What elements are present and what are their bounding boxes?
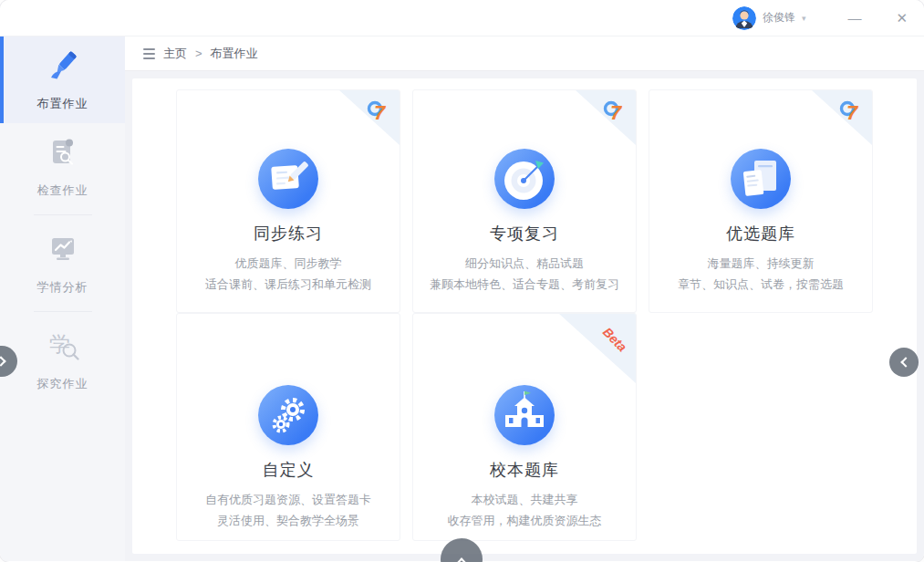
svg-text:7: 7 [374,101,387,124]
breadcrumb: 主页 > 布置作业 [125,36,924,71]
main-area: 主页 > 布置作业 7 [125,36,924,561]
sidebar-divider [34,311,92,312]
breadcrumb-home[interactable]: 主页 [163,46,187,62]
notepad-pencil-icon [258,149,318,209]
card-description: 优质题库、同步教学 适合课前、课后练习和单元检测 [205,253,371,295]
svg-text:7: 7 [610,101,623,124]
sidebar-item-exploration-homework[interactable]: 学 探究作业 [0,317,125,403]
sidebar-item-check-homework[interactable]: 检查作业 [0,123,125,210]
app-body: 布置作业 检查作业 [0,36,924,561]
user-menu[interactable]: 徐俊锋 ▾ [732,6,806,30]
brand-7-icon: 7 [602,98,629,125]
svg-text:7: 7 [846,101,859,124]
chevron-right-icon [0,356,5,366]
chevron-left-icon [900,357,910,367]
window-controls: — ✕ [847,11,908,25]
card-description: 海量题库、持续更新 章节、知识点、试卷，按需选题 [678,253,844,295]
target-dart-icon [494,149,555,209]
content-area: 7 [125,71,924,561]
sidebar-item-label: 探究作业 [37,376,88,392]
sidebar-item-assign-homework[interactable]: 布置作业 [0,36,125,123]
explore-magnifier-icon: 学 [45,328,81,368]
card-description: 自有优质习题资源、设置答题卡 灵活使用、契合教学全场景 [205,489,371,531]
card-custom[interactable]: 自定义 自有优质习题资源、设置答题卡 灵活使用、契合教学全场景 [176,313,400,541]
card-title: 校本题库 [490,459,559,481]
sidebar-item-label: 布置作业 [37,96,88,112]
card-title: 自定义 [263,459,315,481]
breadcrumb-current: 布置作业 [211,46,258,62]
card-special-review[interactable]: 7 专项复习 [412,89,637,313]
chevron-up-icon [456,557,466,562]
chevron-down-icon: ▾ [802,14,806,23]
card-sync-practice[interactable]: 7 [176,89,400,313]
card-description: 细分知识点、精品试题 兼顾本地特色、适合专题、考前复习 [430,253,619,295]
documents-icon [731,149,791,209]
brand-7-icon: 7 [838,98,866,125]
sidebar: 布置作业 检查作业 [0,36,125,561]
card-title: 专项复习 [490,223,559,245]
gears-icon [258,385,318,445]
sidebar-divider [34,214,92,215]
breadcrumb-separator: > [195,47,202,60]
close-button[interactable]: ✕ [896,11,908,25]
scroll-search-icon [45,134,81,174]
top-bar: 徐俊锋 ▾ — ✕ [0,0,924,36]
card-description: 本校试题、共建共享 收存管用，构建优质资源生态 [448,489,602,531]
sidebar-item-label: 检查作业 [37,182,88,199]
avatar[interactable] [732,6,756,30]
menu-icon[interactable] [143,48,155,59]
sidebar-item-learning-analysis[interactable]: 学情分析 [0,220,125,307]
collapse-left-button[interactable] [889,348,919,377]
school-building-icon [494,385,555,445]
card-selected-question-bank[interactable]: 7 [649,89,873,313]
pencil-icon [45,47,81,88]
card-title: 优选题库 [726,223,795,245]
card-title: 同步练习 [254,223,323,245]
sidebar-item-label: 学情分析 [37,279,88,296]
user-name: 徐俊锋 [763,10,795,26]
app-window: 徐俊锋 ▾ — ✕ [0,0,924,562]
brand-7-icon: 7 [366,98,393,125]
chart-icon [45,231,81,271]
card-school-question-bank[interactable]: Beta [412,313,637,541]
minimize-button[interactable]: — [847,11,861,25]
cards-panel: 7 [132,78,917,554]
